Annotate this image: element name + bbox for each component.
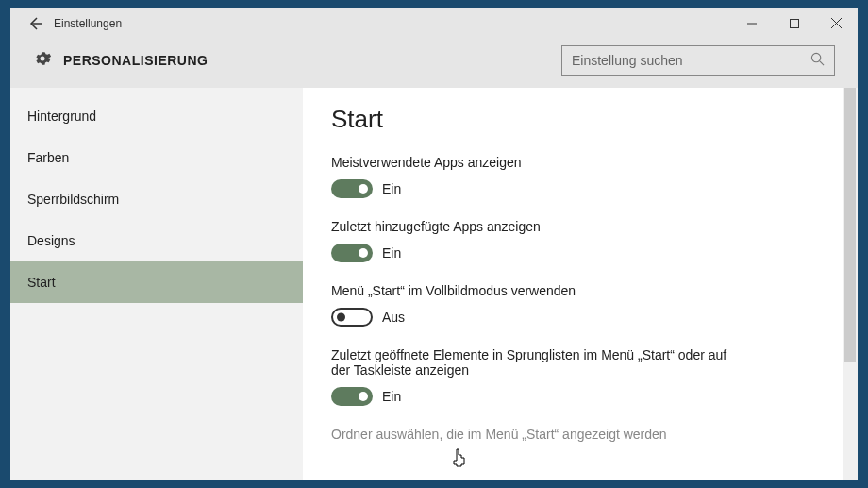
toggle-most-used-apps[interactable] bbox=[331, 179, 373, 198]
back-button[interactable] bbox=[16, 8, 54, 39]
settings-window: Einstellungen PERSONALISIERUNG Einstellu… bbox=[10, 8, 858, 480]
maximize-button[interactable] bbox=[773, 8, 815, 39]
sidebar-item-label: Start bbox=[27, 275, 56, 290]
header: PERSONALISIERUNG Einstellung suchen bbox=[10, 39, 858, 88]
sidebar-item-label: Hintergrund bbox=[27, 109, 96, 124]
sidebar-item-hintergrund[interactable]: Hintergrund bbox=[10, 95, 303, 137]
toggle-jumplist-recent[interactable] bbox=[331, 387, 373, 406]
sidebar-item-designs[interactable]: Designs bbox=[10, 220, 303, 261]
svg-rect-1 bbox=[790, 19, 798, 27]
option-recently-added-apps: Zuletzt hinzugefügte Apps anzeigen Ein bbox=[331, 219, 829, 262]
toggle-fullscreen-start[interactable] bbox=[331, 308, 373, 327]
sidebar-item-farben[interactable]: Farben bbox=[10, 137, 303, 178]
gear-icon bbox=[33, 49, 52, 72]
body: Hintergrund Farben Sperrbildschirm Desig… bbox=[10, 88, 858, 480]
svg-point-4 bbox=[41, 56, 45, 60]
choose-folders-link[interactable]: Ordner auswählen, die im Menü „Start“ an… bbox=[331, 427, 829, 442]
sidebar-item-label: Designs bbox=[27, 233, 75, 248]
option-fullscreen-start: Menü „Start“ im Vollbildmodus verwenden … bbox=[331, 283, 829, 327]
option-label: Zuletzt hinzugefügte Apps anzeigen bbox=[331, 219, 746, 234]
scrollbar-thumb[interactable] bbox=[844, 88, 856, 362]
search-input[interactable]: Einstellung suchen bbox=[561, 45, 835, 76]
toggle-state: Ein bbox=[382, 389, 401, 404]
toggle-state: Aus bbox=[382, 310, 405, 325]
option-jumplist-recent: Zuletzt geöffnete Elemente in Sprunglist… bbox=[331, 347, 829, 406]
toggle-state: Ein bbox=[382, 245, 401, 261]
window-title: Einstellungen bbox=[54, 17, 122, 30]
toggle-recently-added-apps[interactable] bbox=[331, 244, 373, 262]
sidebar-item-label: Sperrbildschirm bbox=[27, 192, 119, 207]
sidebar-item-label: Farben bbox=[27, 150, 69, 165]
svg-line-6 bbox=[820, 60, 824, 64]
titlebar: Einstellungen bbox=[10, 8, 858, 39]
scrollbar[interactable] bbox=[843, 88, 858, 480]
search-placeholder: Einstellung suchen bbox=[572, 53, 810, 68]
back-arrow-icon bbox=[27, 16, 42, 31]
toggle-state: Ein bbox=[382, 181, 401, 196]
svg-point-5 bbox=[811, 53, 820, 61]
sidebar-item-sperrbildschirm[interactable]: Sperrbildschirm bbox=[10, 178, 303, 220]
close-button[interactable] bbox=[815, 8, 858, 39]
option-label: Meistverwendete Apps anzeigen bbox=[331, 155, 746, 170]
option-label: Zuletzt geöffnete Elemente in Sprunglist… bbox=[331, 347, 746, 378]
minimize-button[interactable] bbox=[730, 8, 773, 39]
content-pane: Start Meistverwendete Apps anzeigen Ein … bbox=[303, 88, 858, 480]
window-controls bbox=[730, 8, 858, 39]
option-label: Menü „Start“ im Vollbildmodus verwenden bbox=[331, 283, 746, 298]
search-icon bbox=[810, 52, 825, 69]
sidebar: Hintergrund Farben Sperrbildschirm Desig… bbox=[10, 88, 303, 480]
sidebar-item-start[interactable]: Start bbox=[10, 261, 303, 303]
category-title: PERSONALISIERUNG bbox=[63, 53, 208, 68]
option-most-used-apps: Meistverwendete Apps anzeigen Ein bbox=[331, 155, 829, 198]
page-title: Start bbox=[331, 105, 829, 134]
